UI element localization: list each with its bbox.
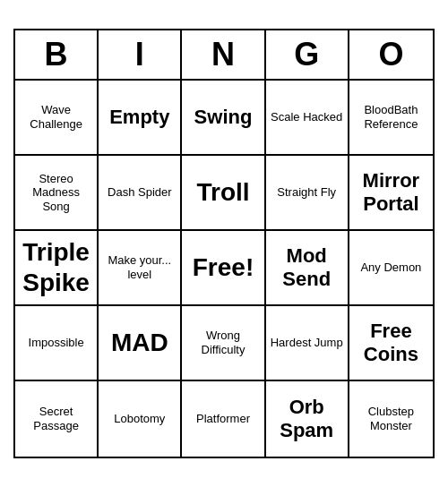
bingo-cell-13: Mod Send — [266, 231, 349, 306]
bingo-header: BINGO — [15, 30, 433, 81]
bingo-cell-19: Free Coins — [349, 306, 433, 381]
cell-text-22: Platformer — [196, 412, 250, 426]
bingo-cell-24: Clubstep Monster — [349, 381, 433, 457]
cell-text-10: Triple Spike — [19, 237, 93, 297]
bingo-cell-8: Straight Fly — [266, 156, 349, 231]
bingo-letter-N: N — [182, 30, 265, 79]
cell-text-19: Free Coins — [353, 320, 429, 367]
cell-text-8: Straight Fly — [277, 185, 336, 200]
bingo-cell-16: MAD — [99, 306, 182, 381]
cell-text-20: Secret Passage — [19, 405, 93, 432]
cell-text-18: Hardest Jump — [271, 336, 343, 350]
cell-text-16: MAD — [111, 328, 168, 358]
cell-text-9: Mirror Portal — [353, 169, 429, 217]
bingo-letter-O: O — [349, 30, 433, 79]
cell-text-1: Empty — [109, 106, 169, 129]
cell-text-24: Clubstep Monster — [353, 405, 429, 432]
bingo-cell-2: Swing — [182, 81, 265, 156]
cell-text-14: Any Demon — [360, 261, 421, 275]
cell-text-6: Dash Spider — [108, 185, 172, 200]
bingo-cell-21: Lobotomy — [99, 381, 182, 457]
bingo-cell-20: Secret Passage — [15, 381, 99, 457]
bingo-cell-18: Hardest Jump — [266, 306, 349, 381]
cell-text-13: Mod Send — [270, 244, 344, 292]
bingo-cell-15: Impossible — [15, 306, 99, 381]
bingo-cell-4: BloodBath Reference — [349, 81, 433, 156]
cell-text-12: Free! — [193, 252, 254, 283]
cell-text-0: Wave Challenge — [19, 103, 93, 131]
bingo-letter-I: I — [99, 30, 182, 79]
cell-text-11: Make your... level — [102, 253, 177, 281]
bingo-cell-3: Scale Hacked — [266, 81, 349, 156]
cell-text-15: Impossible — [29, 336, 84, 350]
bingo-cell-9: Mirror Portal — [349, 156, 433, 231]
bingo-cell-6: Dash Spider — [99, 156, 182, 231]
bingo-cell-7: Troll — [182, 156, 265, 231]
bingo-cell-0: Wave Challenge — [15, 81, 99, 156]
bingo-cell-5: Stereo Madness Song — [15, 156, 99, 231]
bingo-card: BINGO Wave ChallengeEmptySwingScale Hack… — [13, 29, 435, 458]
cell-text-5: Stereo Madness Song — [19, 172, 93, 214]
bingo-letter-B: B — [15, 30, 99, 79]
bingo-cell-17: Wrong Difficulty — [182, 306, 265, 381]
cell-text-7: Troll — [196, 177, 249, 208]
cell-text-3: Scale Hacked — [271, 110, 342, 124]
bingo-cell-10: Triple Spike — [15, 231, 99, 306]
cell-text-4: BloodBath Reference — [353, 103, 429, 131]
bingo-cell-1: Empty — [99, 81, 182, 156]
bingo-cell-11: Make your... level — [99, 231, 182, 306]
cell-text-23: Orb Spam — [270, 396, 344, 443]
cell-text-2: Swing — [194, 106, 253, 129]
cell-text-21: Lobotomy — [114, 412, 165, 426]
bingo-cell-14: Any Demon — [349, 231, 433, 306]
cell-text-17: Wrong Difficulty — [185, 329, 260, 356]
bingo-cell-22: Platformer — [182, 381, 265, 457]
bingo-grid: Wave ChallengeEmptySwingScale HackedBloo… — [15, 81, 433, 457]
bingo-cell-12: Free! — [182, 231, 265, 306]
bingo-letter-G: G — [266, 30, 349, 79]
bingo-cell-23: Orb Spam — [266, 381, 349, 457]
